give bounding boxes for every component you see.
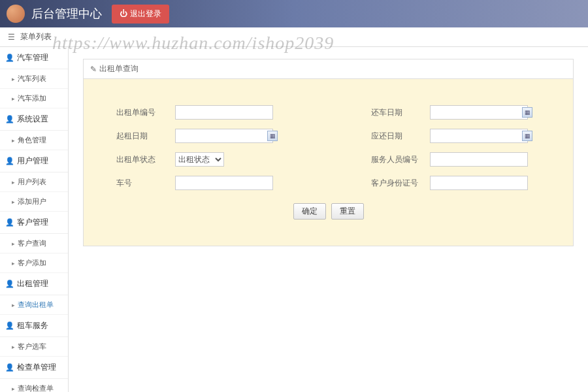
nav-item-label: 查询出租单 [18,300,54,310]
nav-item[interactable]: ▸汽车列表 [0,69,68,89]
label-rent-id: 出租单编号 [116,107,169,118]
nav-group-label: 出租管理 [17,278,48,289]
panel-body: 出租单编号 还车日期 ▦ 起租日期 ▦ 应还日期 [84,79,573,246]
nav-item[interactable]: ▸角色管理 [0,131,68,150]
app-header: 后台管理中心 ⏻ 退出登录 [0,0,588,27]
panel-title: 出租单查询 [99,63,139,74]
label-operator-id: 服务人员编号 [371,154,423,165]
caret-right-icon: ▸ [12,344,15,350]
input-car-no[interactable] [175,176,273,190]
nav-item-label: 客户查询 [18,238,46,248]
label-return-date: 还车日期 [371,107,423,118]
nav-item[interactable]: ▸用户列表 [0,172,68,192]
calendar-icon[interactable]: ▦ [522,107,532,118]
nav-item-label: 用户列表 [18,177,46,187]
nav-item[interactable]: ▸客户选车 [0,337,68,357]
nav-item[interactable]: ▸查询检查单 [0,379,68,392]
logout-label: 退出登录 [130,8,161,20]
nav-item-label: 汽车添加 [18,93,46,103]
user-icon: 👤 [5,218,13,227]
select-status[interactable]: 出租状态 [175,152,224,167]
nav-item[interactable]: ▸查询出租单 [0,295,68,315]
label-customer-id: 客户身份证号 [371,178,423,189]
user-icon: 👤 [5,321,13,330]
sidebar: 👤汽车管理▸汽车列表▸汽车添加👤系统设置▸角色管理👤用户管理▸用户列表▸添加用户… [0,47,69,392]
input-operator-id[interactable] [430,152,528,167]
nav-item[interactable]: ▸客户查询 [0,234,68,253]
confirm-button[interactable]: 确定 [293,203,326,220]
menu-toggle-icon[interactable]: ☰ [8,33,15,42]
caret-right-icon: ▸ [12,179,15,186]
nav-group-label: 检查单管理 [17,362,56,373]
nav-item-label: 客户添加 [18,258,46,268]
nav-item[interactable]: ▸添加用户 [0,192,68,212]
caret-right-icon: ▸ [12,260,15,267]
nav-group-label: 租车服务 [17,320,48,331]
label-begin-date: 起租日期 [116,131,169,142]
logout-button[interactable]: ⏻ 退出登录 [112,5,169,24]
breadcrumb-label: 菜单列表 [20,31,52,42]
main-content: ✎ 出租单查询 出租单编号 还车日期 ▦ 起租日期 ▦ [69,47,588,392]
nav-item-label: 客户选车 [18,342,46,351]
nav-group-header[interactable]: 👤系统设置 [0,108,68,131]
user-icon: 👤 [5,280,13,288]
label-status: 出租单状态 [116,154,169,165]
input-return-date[interactable] [430,105,528,120]
nav-group-label: 用户管理 [17,155,48,167]
user-icon: 👤 [5,115,13,123]
caret-right-icon: ▸ [12,240,15,247]
avatar [7,5,25,23]
caret-right-icon: ▸ [12,302,15,308]
nav-group-label: 汽车管理 [17,52,48,63]
edit-icon: ✎ [90,65,97,74]
nav-group-header[interactable]: 👤租车服务 [0,315,68,337]
caret-right-icon: ▸ [12,137,15,144]
label-should-return: 应还日期 [371,131,423,142]
input-should-return[interactable] [430,129,528,143]
nav-group-label: 客户管理 [17,217,48,228]
reset-button[interactable]: 重置 [331,203,364,220]
breadcrumb-bar: ☰ 菜单列表 [0,27,588,47]
user-icon: 👤 [5,54,13,62]
power-icon: ⏻ [120,9,127,18]
nav-item-label: 添加用户 [18,197,46,206]
user-icon: 👤 [5,157,13,165]
panel-header: ✎ 出租单查询 [84,59,573,79]
nav-item[interactable]: ▸客户添加 [0,253,68,273]
nav-group-header[interactable]: 👤检查单管理 [0,357,68,379]
calendar-icon[interactable]: ▦ [267,131,278,141]
calendar-icon[interactable]: ▦ [522,131,532,141]
nav-item-label: 汽车列表 [18,74,46,84]
caret-right-icon: ▸ [12,76,15,82]
caret-right-icon: ▸ [12,95,15,102]
nav-group-header[interactable]: 👤用户管理 [0,150,68,172]
nav-group-header[interactable]: 👤汽车管理 [0,47,68,69]
nav-item-label: 查询检查单 [18,384,54,392]
nav-group-header[interactable]: 👤出租管理 [0,273,68,295]
nav-group-header[interactable]: 👤客户管理 [0,212,68,234]
nav-item[interactable]: ▸汽车添加 [0,89,68,108]
label-car-no: 车号 [116,178,169,189]
caret-right-icon: ▸ [12,199,15,205]
input-rent-id[interactable] [175,105,273,120]
app-title: 后台管理中心 [31,6,102,22]
caret-right-icon: ▸ [12,385,15,392]
input-customer-id[interactable] [430,176,528,190]
search-panel: ✎ 出租单查询 出租单编号 还车日期 ▦ 起租日期 ▦ [83,59,574,246]
nav-item-label: 角色管理 [18,135,46,145]
input-begin-date[interactable] [175,129,273,143]
nav-group-label: 系统设置 [17,114,48,125]
user-icon: 👤 [5,363,13,372]
